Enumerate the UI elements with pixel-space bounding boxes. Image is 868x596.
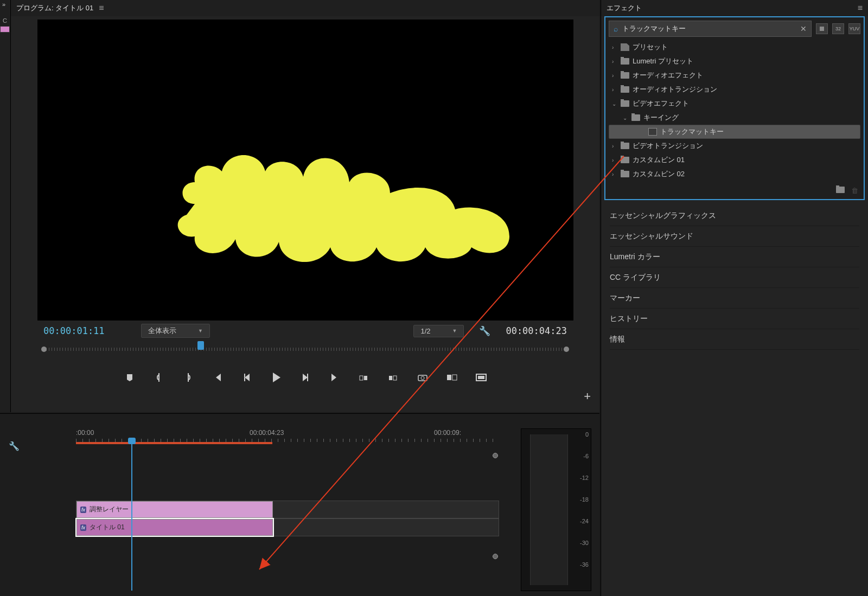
panel-essential-sound[interactable]: エッセンシャルサウンド bbox=[610, 226, 859, 247]
zoom-label: 全体表示 bbox=[148, 326, 176, 336]
go-to-in-icon[interactable] bbox=[212, 374, 224, 381]
play-icon[interactable] bbox=[270, 373, 282, 382]
track-v2[interactable]: fx 調整レイヤー bbox=[76, 501, 499, 518]
timeline-playhead[interactable] bbox=[131, 439, 132, 591]
tree-row-オーディオエフェクト[interactable]: ›オーディオエフェクト bbox=[609, 68, 860, 82]
clip-adjustment-layer[interactable]: fx 調整レイヤー bbox=[76, 501, 273, 518]
effects-search[interactable]: ⌕ ✕ bbox=[609, 21, 812, 37]
panel-menu-icon[interactable]: ≡ bbox=[99, 3, 104, 13]
safe-margins-icon[interactable] bbox=[475, 374, 487, 381]
panel-markers[interactable]: マーカー bbox=[610, 288, 859, 309]
scrub-handle-right[interactable] bbox=[564, 347, 569, 352]
track-spacer bbox=[76, 452, 499, 501]
tree-row-オーディオトランジション[interactable]: ›オーディオトランジション bbox=[609, 82, 860, 97]
effects-panel: エフェクト ≡ ⌕ ✕ 32 YUV ›プリセット›Lumetri プリセット›… bbox=[601, 0, 868, 596]
timecode-right: 00:00:04:23 bbox=[506, 325, 567, 336]
tree-row-プリセット[interactable]: ›プリセット bbox=[609, 40, 860, 54]
svg-point-6 bbox=[421, 376, 424, 380]
step-back-icon[interactable] bbox=[241, 374, 253, 381]
marker-icon[interactable] bbox=[124, 373, 136, 382]
viewer-scrubber[interactable] bbox=[43, 342, 567, 358]
tree-label: カスタムビン 01 bbox=[633, 155, 685, 165]
effects-title: エフェクト bbox=[607, 3, 642, 13]
go-to-out-icon[interactable] bbox=[329, 374, 341, 381]
effects-search-input[interactable] bbox=[622, 25, 796, 33]
tree-row-トラックマットキー[interactable]: トラックマットキー bbox=[609, 125, 860, 139]
track-v1[interactable]: fx タイトル 01 bbox=[76, 518, 499, 536]
meter-label: -36 bbox=[580, 561, 589, 568]
export-frame-icon[interactable] bbox=[417, 374, 429, 381]
yuv-badge[interactable]: YUV bbox=[848, 23, 860, 34]
in-point-icon[interactable] bbox=[153, 373, 165, 382]
left-strip: » C bbox=[0, 0, 11, 412]
svg-rect-4 bbox=[393, 376, 397, 380]
meter-label: 0 bbox=[585, 431, 589, 438]
lift-icon[interactable] bbox=[358, 374, 370, 381]
new-bin-icon[interactable] bbox=[836, 187, 845, 195]
clip-title-01[interactable]: fx タイトル 01 bbox=[76, 519, 273, 536]
tree-row-ビデオエフェクト[interactable]: ⌄ビデオエフェクト bbox=[609, 97, 860, 111]
panel-menu-icon[interactable]: ≡ bbox=[858, 3, 863, 13]
ruler-tick: 00:00:09: bbox=[434, 429, 461, 437]
tree-row-ビデオトランジション[interactable]: ›ビデオトランジション bbox=[609, 139, 860, 153]
effects-bottom-icons: 🗑 bbox=[609, 187, 860, 195]
svg-rect-1 bbox=[360, 376, 363, 380]
zoom-select[interactable]: 全体表示 ▼ bbox=[141, 324, 210, 338]
effects-panel-header: エフェクト ≡ bbox=[601, 0, 868, 16]
chevron-icon: › bbox=[612, 87, 617, 93]
resolution-label: 1/2 bbox=[420, 327, 430, 335]
clear-search-icon[interactable]: ✕ bbox=[800, 24, 807, 33]
tree-row-キーイング[interactable]: ⌄キーイング bbox=[609, 111, 860, 125]
extract-icon[interactable] bbox=[387, 374, 399, 381]
chevron-icon: › bbox=[612, 73, 617, 79]
panel-color-tab[interactable] bbox=[0, 26, 10, 33]
program-viewer[interactable] bbox=[37, 20, 573, 321]
comparison-icon[interactable] bbox=[446, 374, 458, 381]
folder-icon bbox=[621, 72, 629, 79]
tree-label: プリセット bbox=[633, 42, 668, 52]
work-area-bar[interactable] bbox=[76, 442, 272, 444]
viewer-controls: 00:00:01:11 全体表示 ▼ 1/2 ▼ 🔧 00:00:04:23 bbox=[11, 321, 599, 341]
preview-content-icon bbox=[37, 20, 573, 321]
resolution-select[interactable]: 1/2 ▼ bbox=[413, 325, 464, 337]
panel-lumetri-color[interactable]: Lumetri カラー bbox=[610, 247, 859, 267]
svg-rect-3 bbox=[389, 376, 392, 380]
svg-rect-7 bbox=[447, 375, 451, 380]
tree-row-Lumetri プリセット[interactable]: ›Lumetri プリセット bbox=[609, 54, 860, 68]
folder-icon bbox=[621, 143, 629, 149]
folder-icon bbox=[621, 100, 629, 107]
tree-row-カスタムビン 02[interactable]: ›カスタムビン 02 bbox=[609, 167, 860, 181]
chevron-icon: › bbox=[612, 44, 617, 50]
delete-icon[interactable]: 🗑 bbox=[851, 187, 858, 195]
scroll-handle[interactable] bbox=[493, 554, 498, 559]
chevron-icon: ⌄ bbox=[623, 115, 628, 121]
timeline-ruler[interactable]: :00:00 00:00:04:23 00:00:09: bbox=[76, 429, 499, 443]
timeline-panel: 🔧 :00:00 00:00:04:23 00:00:09: fx 調整レイヤー… bbox=[0, 413, 599, 596]
step-forward-icon[interactable] bbox=[299, 374, 311, 381]
program-monitor-panel: プログラム: タイトル 01 ≡ 00:00:01:11 全体表示 ▼ 1/2 … bbox=[11, 0, 599, 412]
chevron-icon: ⌄ bbox=[612, 101, 617, 107]
accelerated-badge[interactable] bbox=[816, 23, 828, 34]
panel-info[interactable]: 情報 bbox=[610, 329, 859, 350]
panel-letter: C bbox=[3, 17, 7, 24]
timeline-settings-icon[interactable]: 🔧 bbox=[9, 441, 20, 451]
program-panel-header: プログラム: タイトル 01 ≡ bbox=[11, 0, 599, 16]
tree-label: キーイング bbox=[643, 113, 679, 123]
expand-icon[interactable]: » bbox=[2, 1, 5, 8]
add-button-icon[interactable]: + bbox=[584, 389, 591, 403]
panel-cc-libraries[interactable]: CC ライブラリ bbox=[610, 267, 859, 288]
ruler-tick: 00:00:04:23 bbox=[250, 429, 284, 437]
scrub-playhead[interactable] bbox=[197, 341, 204, 350]
preset-icon bbox=[621, 43, 629, 51]
panel-history[interactable]: ヒストリー bbox=[610, 309, 859, 329]
tree-row-カスタムビン 01[interactable]: ›カスタムビン 01 bbox=[609, 153, 860, 167]
panel-essential-graphics[interactable]: エッセンシャルグラフィックス bbox=[610, 206, 859, 226]
settings-icon[interactable]: 🔧 bbox=[479, 325, 490, 337]
chevron-down-icon: ▼ bbox=[198, 328, 203, 334]
scrub-handle-left[interactable] bbox=[41, 347, 47, 352]
32bit-badge[interactable]: 32 bbox=[832, 23, 844, 34]
tree-label: オーディオエフェクト bbox=[633, 71, 703, 80]
meter-label: -18 bbox=[580, 496, 589, 503]
timecode-left[interactable]: 00:00:01:11 bbox=[43, 325, 130, 336]
out-point-icon[interactable] bbox=[182, 373, 194, 382]
